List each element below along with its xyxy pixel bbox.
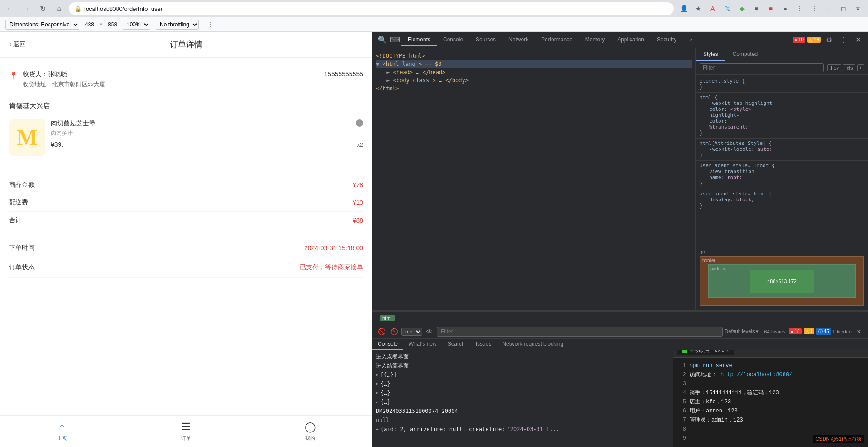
console-eye-icon[interactable]: 👁	[424, 326, 435, 337]
html-html-tag[interactable]: ▼ <html lang > == $0	[376, 60, 692, 68]
tab-issues[interactable]: Issues	[470, 339, 497, 350]
devtools-settings-icon[interactable]: ⚙	[823, 34, 835, 46]
styles-filter-input[interactable]	[700, 63, 824, 72]
error-badge: ● 19	[793, 37, 805, 43]
main-area: ‹ 返回 订单详情 📍 收货人：张晓晓 15555555555	[0, 32, 868, 447]
term-url[interactable]: http://localhost:8080/	[720, 370, 792, 379]
delivery-value: ¥10	[353, 199, 363, 206]
settings-icon[interactable]: ⋮	[808, 2, 821, 15]
item-desc: 肉肉多汁	[51, 129, 363, 137]
extension3-icon[interactable]: ■	[750, 2, 763, 15]
html-head-tag[interactable]: ► <head> … </head>	[376, 68, 692, 76]
tab-more[interactable]: »	[683, 34, 699, 46]
styles-panel: Styles Computed :hov .cls + element.	[695, 48, 868, 310]
recipient-info: 📍 收货人：张晓晓 15555555555 收货地址：北京市朝阳区xx大厦	[9, 65, 363, 94]
item-status-dot	[356, 119, 363, 127]
tab-computed[interactable]: Computed	[725, 48, 765, 61]
tab-console[interactable]: Console	[437, 34, 469, 46]
tab-performance[interactable]: Performance	[535, 34, 579, 46]
devtools-device-icon[interactable]: ⌨	[389, 34, 401, 46]
zoom-select[interactable]: 100%	[123, 20, 150, 30]
term-cmd: npm run serve	[690, 361, 732, 370]
box-model: gn border padding 488×613.172	[696, 245, 868, 310]
console-text: DM20240331151800074 20004	[376, 407, 458, 415]
devtools-more-icon[interactable]: ⋮	[837, 34, 850, 46]
devtools-panels: <!DOCTYPE html> ▼ <html lang > == $0 ► <…	[372, 48, 868, 447]
nav-home[interactable]: ⌂ 主页	[0, 419, 124, 443]
item-details: 肉切蘑菇芝士堡 肉肉多汁 ¥39. x2	[51, 119, 363, 148]
console-context-select[interactable]: top	[401, 328, 422, 336]
issues-count: 64 Issues:	[764, 329, 787, 334]
tab-memory[interactable]: Memory	[579, 34, 611, 46]
home-button[interactable]: ⌂	[53, 2, 65, 15]
nav-profile[interactable]: ◯ 我的	[248, 419, 372, 443]
goods-value: ¥78	[353, 181, 363, 189]
expand-icon[interactable]: ►	[376, 371, 379, 379]
devtools-inspect-icon[interactable]: 🔍	[376, 34, 389, 46]
tab-network[interactable]: Network	[502, 34, 535, 46]
console-text: 进入点餐界面	[376, 353, 409, 361]
console-filter-icon[interactable]: 🚫	[389, 326, 399, 337]
delivery-fee-row: 配送费 ¥10	[9, 194, 363, 212]
tab-elements[interactable]: Elements	[401, 34, 437, 46]
terminal-close-icon[interactable]: ✕	[726, 350, 729, 353]
phone-text: 15555555555	[324, 70, 363, 78]
dimensions-select[interactable]: Dimensions: Responsive	[5, 20, 79, 30]
html-tree[interactable]: <!DOCTYPE html> ▼ <html lang > == $0 ► <…	[372, 48, 695, 310]
tab-styles[interactable]: Styles	[696, 48, 725, 61]
expand-icon[interactable]: ►	[376, 425, 379, 433]
tab-security[interactable]: Security	[651, 34, 683, 46]
status-value: 已支付，等待商家接单	[300, 263, 363, 272]
tab-network-blocking[interactable]: Network request blocking	[497, 339, 569, 350]
total-row: 合计 ¥88	[9, 212, 363, 229]
goods-label: 商品金额	[9, 181, 35, 189]
throttle-select[interactable]: No throttling	[156, 20, 199, 30]
tab-search[interactable]: Search	[442, 339, 470, 350]
cls-tag[interactable]: .cls	[843, 64, 855, 71]
forward-button[interactable]: →	[20, 2, 33, 15]
back-button[interactable]: ‹ 返回	[9, 40, 26, 49]
html-body-tag[interactable]: ► <body class > … </body>	[376, 76, 692, 84]
console-text: {…}	[380, 380, 390, 388]
info-badge: ⓘ 45	[816, 328, 831, 335]
restaurant-section: 肯德基大兴店 M 肉切蘑菇芝士堡 肉肉多汁 ¥39.	[9, 102, 363, 159]
tab-sources[interactable]: Sources	[469, 34, 502, 46]
nav-order[interactable]: ☰ 订单	[124, 419, 248, 443]
add-tag[interactable]: +	[857, 64, 864, 71]
minimize-icon[interactable]: ─	[823, 2, 835, 15]
devtools-close-icon[interactable]: ✕	[852, 34, 864, 46]
extension2-icon[interactable]: ◆	[735, 2, 748, 15]
extension5-icon[interactable]: ●	[779, 2, 792, 15]
console-close-icon[interactable]: ✕	[853, 326, 864, 337]
hover-tag[interactable]: :hov	[827, 64, 841, 71]
expand-icon[interactable]: ►	[376, 398, 379, 406]
reload-button[interactable]: ↻	[36, 2, 49, 15]
console-text: [{…}]	[380, 371, 397, 379]
twitter-icon[interactable]: 𝕏	[721, 2, 734, 15]
more-options-icon[interactable]: ⋮	[204, 18, 217, 31]
recipient-name: 收货人：张晓晓 15555555555	[23, 70, 363, 79]
location-icon: 📍	[9, 71, 18, 80]
profile-icon[interactable]: 👤	[677, 2, 690, 15]
address-bar[interactable]: 🔒 localhost:8080/orderInfo_user	[69, 2, 674, 15]
console-filter-input[interactable]	[437, 327, 723, 337]
more-extensions-icon[interactable]: ⋮	[794, 2, 806, 15]
csdn-badge: CSDN @51码上有猿	[813, 435, 864, 443]
recipient-details: 收货人：张晓晓 15555555555 收货地址：北京市朝阳区xx大厦	[23, 70, 363, 89]
tab-console-panel[interactable]: Console	[372, 339, 403, 350]
expand-icon[interactable]: ►	[376, 389, 379, 397]
star-icon[interactable]: ★	[692, 2, 705, 15]
tab-whats-new[interactable]: What's new	[403, 339, 442, 350]
tab-application[interactable]: Application	[611, 34, 651, 46]
console-level: Default levels ▾	[725, 328, 759, 334]
order-body: 📍 收货人：张晓晓 15555555555 收货地址：北京市朝阳区xx大厦 肯德…	[0, 58, 372, 285]
back-button[interactable]: ←	[4, 2, 16, 15]
extension-icon[interactable]: A	[706, 2, 719, 15]
expand-icon[interactable]: ►	[376, 380, 379, 388]
terminal-tab[interactable]: 启动说明 txt ✕	[677, 350, 734, 355]
console-text: 进入结算界面	[376, 362, 409, 370]
extension4-icon[interactable]: ■	[764, 2, 777, 15]
close-icon[interactable]: ✕	[852, 2, 864, 15]
console-clear-icon[interactable]: 🚫	[376, 326, 387, 337]
maximize-icon[interactable]: ◻	[837, 2, 850, 15]
